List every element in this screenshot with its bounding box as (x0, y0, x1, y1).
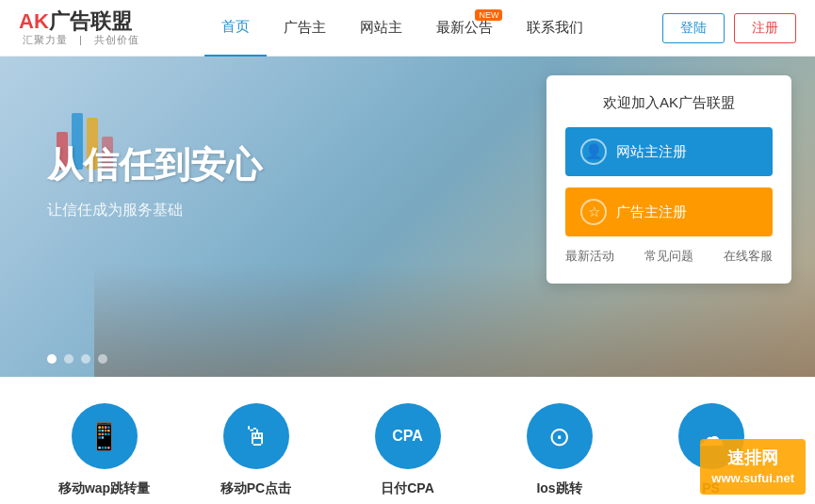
hero-subtitle: 让信任成为服务基础 (47, 201, 262, 220)
advertiser-register-label: 广告主注册 (616, 203, 687, 221)
hero-dots (47, 354, 107, 364)
features-section: 📱 移动wap跳转量 安卓600每万ip起 日付包月供您选择 🖱 移动PC点击 … (0, 377, 815, 504)
cpa-icon: CPA (375, 403, 441, 469)
star-icon: ☆ (580, 199, 607, 225)
logo: AK广告联盟 汇聚力量 | 共创价值 (19, 9, 143, 47)
ios-title: Ios跳转 (536, 480, 581, 497)
hero-title: 从信任到安心 (47, 141, 262, 189)
nav-item-contact[interactable]: 联系我们 (510, 0, 600, 57)
site-register-label: 网站主注册 (616, 143, 687, 161)
news-badge: NEW (475, 9, 502, 21)
feature-wap: 📱 移动wap跳转量 安卓600每万ip起 日付包月供您选择 (29, 403, 180, 504)
watermark-url: www.sufui.net (711, 470, 794, 487)
feature-pc-click: 🖱 移动PC点击 点击率高绝不扣量 点击收益平均高达0.2元 (181, 403, 332, 504)
watermark-logo: 速排网 (711, 447, 794, 470)
feature-cpa: CPA 日付CPA 精耕细作数据准确 业内第一推出实时数据日结算 (333, 403, 483, 504)
header: AK广告联盟 汇聚力量 | 共创价值 首页 广告主 网站主 最新公告 NEW 联… (0, 0, 815, 57)
hero-section: 从信任到安心 让信任成为服务基础 欢迎加入AK广告联盟 👤 网站主注册 ☆ 广告… (0, 57, 815, 377)
pc-click-icon: 🖱 (223, 403, 289, 469)
reg-card-title: 欢迎加入AK广告联盟 (565, 94, 773, 112)
reg-card-links: 最新活动 常见问题 在线客服 (565, 248, 773, 265)
ios-icon: ⊙ (527, 403, 593, 469)
dot-1[interactable] (47, 354, 57, 364)
main-nav: 首页 广告主 网站主 最新公告 NEW 联系我们 (204, 0, 600, 57)
register-button[interactable]: 注册 (734, 13, 796, 43)
watermark: 速排网 www.sufui.net (700, 439, 806, 495)
nav-item-home[interactable]: 首页 (204, 0, 267, 57)
wap-icon: 📱 (72, 403, 138, 469)
registration-card: 欢迎加入AK广告联盟 👤 网站主注册 ☆ 广告主注册 最新活动 常见问题 在线客… (546, 75, 791, 284)
wap-title: 移动wap跳转量 (58, 480, 150, 497)
pc-click-title: 移动PC点击 (220, 480, 291, 497)
dot-4[interactable] (98, 354, 107, 364)
logo-tagline: 汇聚力量 | 共创价值 (19, 34, 143, 46)
nav-item-webmaster[interactable]: 网站主 (343, 0, 419, 57)
advertiser-register-button[interactable]: ☆ 广告主注册 (565, 187, 773, 236)
nav-item-news[interactable]: 最新公告 NEW (419, 0, 510, 57)
cpa-title: 日付CPA (381, 480, 434, 497)
latest-activity-link[interactable]: 最新活动 (565, 248, 614, 265)
feature-ios: ⊙ Ios跳转 IosB... 让IOS流量不... (484, 403, 635, 504)
nav-buttons: 登陆 注册 (662, 13, 796, 43)
online-support-link[interactable]: 在线客服 (724, 248, 773, 265)
dot-2[interactable] (64, 354, 73, 364)
site-register-button[interactable]: 👤 网站主注册 (565, 127, 773, 176)
faq-link[interactable]: 常见问题 (644, 248, 693, 265)
nav-item-advertiser[interactable]: 广告主 (267, 0, 343, 57)
dot-3[interactable] (81, 354, 90, 364)
hero-text-block: 从信任到安心 让信任成为服务基础 (47, 141, 262, 220)
user-icon: 👤 (580, 138, 607, 165)
logo-main-text: AK广告联盟 (19, 9, 143, 34)
login-button[interactable]: 登陆 (662, 13, 725, 43)
